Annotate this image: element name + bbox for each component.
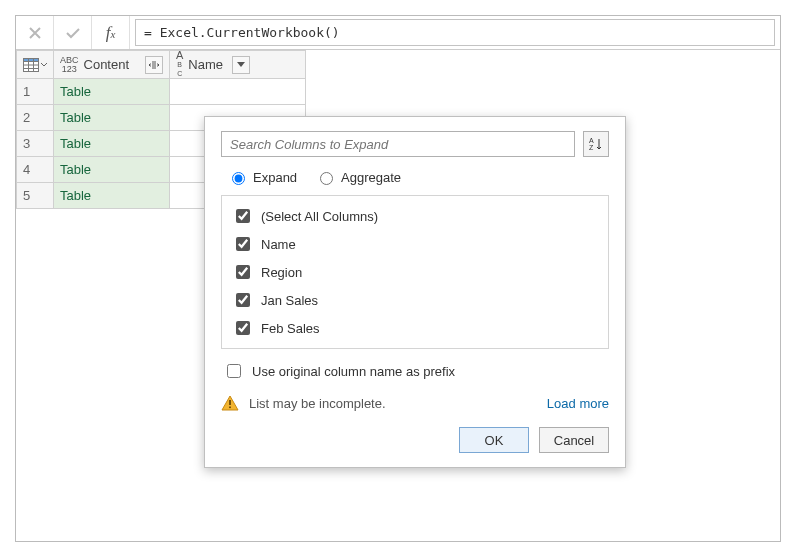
any-type-icon: ABC123 [60,56,79,74]
radio-expand-input[interactable] [232,172,245,185]
svg-text:A: A [589,137,594,144]
ok-button[interactable]: OK [459,427,529,453]
formula-input[interactable]: = Excel.CurrentWorkbook() [135,19,775,46]
column-label: Name [188,57,223,72]
warning-text: List may be incomplete. [249,396,537,411]
table-corner[interactable] [17,51,54,79]
incomplete-warning: List may be incomplete. Load more [221,395,609,411]
checkbox-column[interactable]: Jan Sales [222,286,608,314]
sort-columns-button[interactable]: A Z [583,131,609,157]
dialog-button-row: OK Cancel [221,427,609,453]
svg-text:Z: Z [589,144,594,151]
cell-content[interactable]: Table [54,131,170,157]
formula-cancel-button[interactable] [16,16,54,49]
table-icon [23,58,39,72]
checkbox-input[interactable] [236,265,250,279]
text-type-icon: ABC [176,51,183,78]
sort-az-icon: A Z [589,137,603,151]
fx-button[interactable]: fx [92,16,130,49]
row-index: 3 [17,131,54,157]
column-filter-button[interactable] [232,56,250,74]
cell-name[interactable] [170,79,306,105]
data-grid-area: ABC123 Content [16,50,780,541]
search-columns-input[interactable] [221,131,575,157]
columns-checkbox-list: (Select All Columns) Name Region Jan Sal… [221,195,609,349]
row-index: 1 [17,79,54,105]
radio-aggregate-label: Aggregate [341,170,401,185]
checkbox-label: Region [261,265,302,280]
load-more-link[interactable]: Load more [547,396,609,411]
checkbox-label: Name [261,237,296,252]
expand-icon [148,60,160,70]
svg-rect-11 [229,407,231,409]
expand-column-button[interactable] [145,56,163,74]
checkbox-label: (Select All Columns) [261,209,378,224]
svg-rect-1 [24,58,39,61]
svg-rect-10 [229,400,231,405]
radio-expand-label: Expand [253,170,297,185]
formula-commit-button[interactable] [54,16,92,49]
checkbox-select-all[interactable]: (Select All Columns) [222,202,608,230]
fx-icon: fx [106,23,116,43]
checkbox-use-prefix-input[interactable] [227,364,241,378]
warning-icon [221,395,239,411]
checkbox-input[interactable] [236,321,250,335]
radio-aggregate[interactable]: Aggregate [315,169,401,185]
radio-expand[interactable]: Expand [227,169,297,185]
checkbox-label: Feb Sales [261,321,320,336]
cell-content[interactable]: Table [54,79,170,105]
checkbox-input[interactable] [236,237,250,251]
mode-radio-group: Expand Aggregate [227,169,609,185]
table-row[interactable]: 1 Table [17,79,306,105]
checkbox-column[interactable]: Region [222,258,608,286]
formula-bar: fx = Excel.CurrentWorkbook() [16,16,780,50]
expand-column-popup: A Z Expand Aggregate [204,116,626,468]
checkbox-select-all-input[interactable] [236,209,250,223]
chevron-down-icon [237,62,245,68]
cell-content[interactable]: Table [54,105,170,131]
checkbox-label: Jan Sales [261,293,318,308]
row-index: 5 [17,183,54,209]
row-index: 4 [17,157,54,183]
column-header-name[interactable]: ABC Name [170,51,306,79]
check-icon [65,26,81,40]
checkbox-label: Use original column name as prefix [252,364,455,379]
column-header-content[interactable]: ABC123 Content [54,51,170,79]
row-index: 2 [17,105,54,131]
checkbox-use-prefix[interactable]: Use original column name as prefix [223,361,609,381]
checkbox-input[interactable] [236,293,250,307]
checkbox-column[interactable]: Feb Sales [222,314,608,342]
x-icon [28,26,42,40]
checkbox-column[interactable]: Name [222,230,608,258]
query-editor-window: fx = Excel.CurrentWorkbook() [15,15,781,542]
cancel-button[interactable]: Cancel [539,427,609,453]
cell-content[interactable]: Table [54,183,170,209]
cell-content[interactable]: Table [54,157,170,183]
column-label: Content [84,57,130,72]
chevron-down-icon [41,62,47,68]
radio-aggregate-input[interactable] [320,172,333,185]
